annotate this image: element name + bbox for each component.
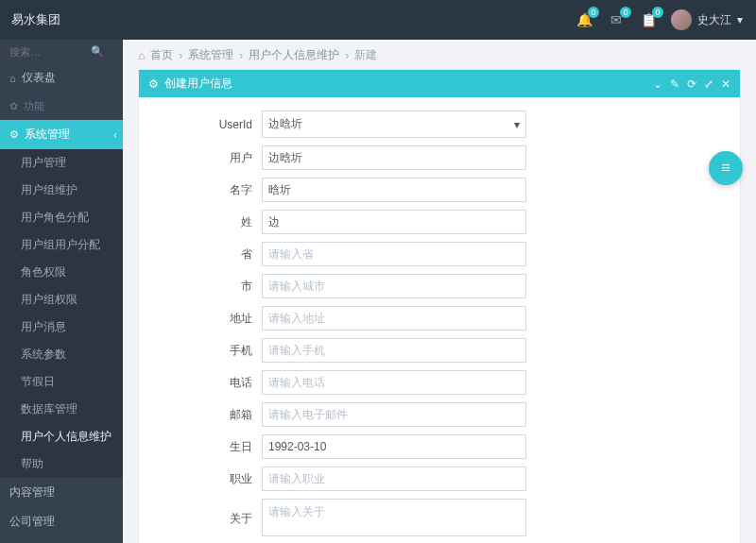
avatar bbox=[671, 9, 692, 30]
user-menu[interactable]: 史大江 ▾ bbox=[671, 9, 743, 30]
tasks-icon[interactable]: 📋0 bbox=[639, 10, 658, 29]
topbar-right: 🔔0 ✉0 📋0 史大江 ▾ bbox=[575, 9, 756, 30]
top-bar: 易水集团 🔔0 ✉0 📋0 史大江 ▾ bbox=[0, 0, 756, 40]
bell-icon[interactable]: 🔔0 bbox=[575, 10, 593, 29]
envelope-icon[interactable]: ✉0 bbox=[607, 10, 626, 29]
user-name: 史大江 bbox=[697, 12, 731, 28]
chevron-down-icon: ▾ bbox=[737, 13, 743, 26]
brand: 易水集团 bbox=[0, 11, 123, 28]
